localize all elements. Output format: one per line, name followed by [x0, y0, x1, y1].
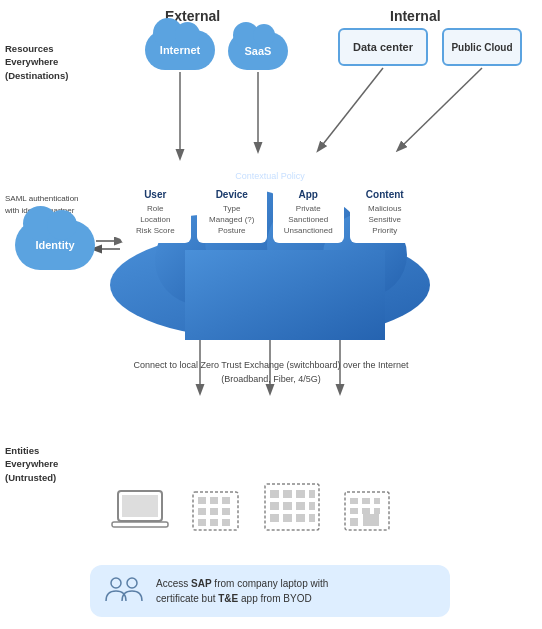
zt-box-user-items: RoleLocationRisk Score	[125, 203, 186, 237]
server1-icon	[188, 484, 243, 534]
svg-rect-39	[296, 514, 305, 522]
svg-rect-49	[363, 514, 379, 526]
svg-rect-42	[350, 498, 358, 504]
connect-label: Connect to local Zero Trust Exchange (sw…	[121, 358, 421, 387]
resources-label: Resources Everywhere (Destinations)	[5, 42, 105, 82]
svg-rect-36	[309, 502, 315, 510]
datacenter-box: Data center	[338, 28, 428, 66]
svg-rect-20	[210, 497, 218, 504]
svg-rect-37	[270, 514, 279, 522]
zt-subtitle: Contextual Policy	[100, 171, 440, 181]
zt-box-app-items: PrivateSanctionedUnsanctioned	[278, 203, 339, 237]
svg-rect-31	[296, 490, 305, 498]
svg-rect-48	[350, 518, 358, 526]
zt-title-area: Zero Trust Exchange Contextual Policy	[100, 148, 440, 181]
svg-rect-19	[198, 497, 206, 504]
svg-rect-44	[374, 498, 380, 504]
svg-rect-29	[270, 490, 279, 498]
svg-rect-30	[283, 490, 292, 498]
svg-rect-40	[309, 514, 315, 522]
laptop-icon	[110, 486, 170, 534]
saas-cloud: SaaS	[228, 32, 288, 70]
svg-point-51	[127, 578, 137, 588]
svg-rect-24	[222, 508, 230, 515]
svg-rect-23	[210, 508, 218, 515]
zt-box-device: Device TypeManaged (?)Posture	[197, 183, 268, 243]
svg-rect-16	[122, 495, 158, 517]
identity-cloud: Identity	[15, 220, 95, 270]
sap-bold: SAP	[191, 578, 212, 589]
datacenter-label: Data center	[353, 41, 413, 53]
zt-box-app: App PrivateSanctionedUnsanctioned	[273, 183, 344, 243]
internal-label: Internal	[390, 8, 441, 24]
zt-box-device-items: TypeManaged (?)Posture	[202, 203, 263, 237]
zt-box-content: Content MaliciousSensitivePriority	[350, 183, 421, 243]
svg-rect-38	[283, 514, 292, 522]
zt-box-content-title: Content	[355, 189, 416, 200]
diagram-container: External Internal Resources Everywhere (…	[0, 0, 542, 629]
svg-rect-17	[112, 522, 168, 527]
svg-rect-25	[198, 519, 206, 526]
zt-box-app-title: App	[278, 189, 339, 200]
svg-rect-33	[270, 502, 279, 510]
publiccloud-box: Public Cloud	[442, 28, 522, 66]
svg-point-50	[111, 578, 121, 588]
te-bold: T&E	[218, 593, 238, 604]
server3-icon	[341, 484, 393, 534]
svg-rect-32	[309, 490, 315, 498]
svg-rect-45	[350, 508, 358, 514]
info-box: Access SAP from company laptop withcerti…	[90, 565, 450, 617]
zt-boxes-row: User RoleLocationRisk Score Device TypeM…	[120, 183, 420, 243]
svg-rect-26	[210, 519, 218, 526]
svg-rect-22	[198, 508, 206, 515]
zt-box-content-items: MaliciousSensitivePriority	[355, 203, 416, 237]
svg-rect-27	[222, 519, 230, 526]
svg-rect-46	[362, 508, 370, 514]
internet-label: Internet	[160, 44, 200, 56]
server2-icon	[261, 479, 323, 534]
zt-title: Zero Trust Exchange	[100, 154, 440, 169]
svg-rect-35	[296, 502, 305, 510]
info-box-text: Access SAP from company laptop withcerti…	[156, 576, 328, 606]
svg-rect-21	[222, 497, 230, 504]
svg-rect-5	[185, 250, 385, 340]
zt-box-user-title: User	[125, 189, 186, 200]
svg-rect-34	[283, 502, 292, 510]
identity-label: Identity	[35, 239, 74, 251]
saas-label: SaaS	[245, 45, 272, 57]
publiccloud-label: Public Cloud	[451, 42, 512, 53]
entities-label: Entities Everywhere(Untrusted)	[5, 444, 95, 484]
svg-rect-47	[374, 508, 380, 514]
internet-cloud: Internet	[145, 30, 215, 70]
svg-rect-43	[362, 498, 370, 504]
zt-box-user: User RoleLocationRisk Score	[120, 183, 191, 243]
zt-box-device-title: Device	[202, 189, 263, 200]
people-icon	[104, 575, 144, 607]
devices-row	[110, 479, 393, 534]
